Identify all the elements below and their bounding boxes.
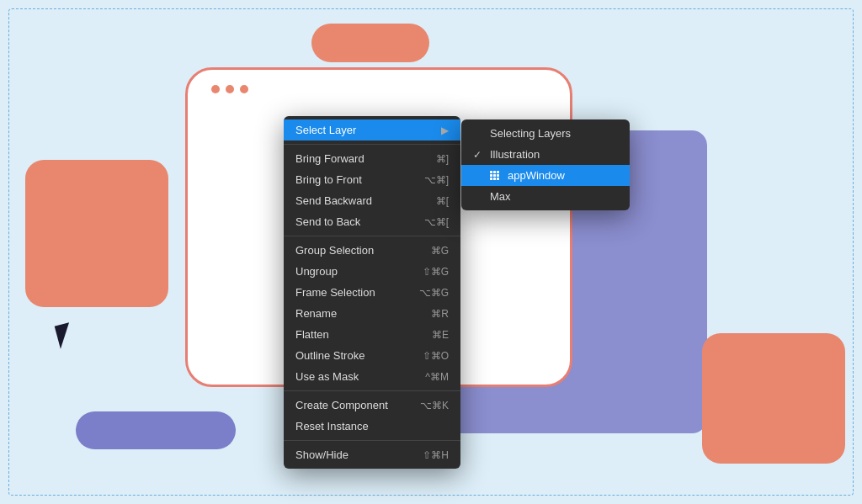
flatten-shortcut: ⌘E (432, 329, 449, 341)
create-component-label: Create Component (295, 399, 410, 411)
rename-label: Rename (295, 307, 421, 320)
grid-dots-icon (490, 171, 499, 180)
submenu-item-app-window[interactable]: appWindow (461, 165, 630, 186)
phone-dot-2 (226, 85, 234, 93)
bring-forward-shortcut: ⌘] (436, 153, 449, 165)
frame-selection-shortcut: ⌥⌘G (419, 287, 449, 299)
send-to-back-shortcut: ⌥⌘[ (424, 216, 449, 228)
max-label: Max (490, 190, 511, 203)
submenu-arrow-icon: ▶ (441, 125, 449, 136)
menu-item-group-selection[interactable]: Group Selection ⌘G (284, 240, 460, 261)
bottom-purple-pill (76, 411, 236, 449)
send-to-back-label: Send to Back (295, 215, 414, 228)
left-coral-rect (25, 160, 168, 307)
use-as-mask-shortcut: ^⌘M (425, 371, 449, 383)
top-oval-shape (311, 24, 429, 62)
right-bottom-coral-rect (702, 333, 845, 464)
select-layer-label: Select Layer (295, 124, 441, 136)
group-selection-shortcut: ⌘G (431, 245, 449, 257)
menu-item-use-as-mask[interactable]: Use as Mask ^⌘M (284, 366, 460, 387)
submenu-item-max[interactable]: Max (461, 186, 630, 207)
menu-item-show-hide[interactable]: Show/Hide ⇧⌘H (284, 444, 460, 465)
group-selection-label: Group Selection (295, 244, 421, 257)
context-menu: Select Layer ▶ Selecting Layers ✓ Illust… (284, 116, 460, 469)
menu-item-reset-instance[interactable]: Reset Instance (284, 416, 460, 437)
rename-shortcut: ⌘R (431, 308, 449, 320)
ungroup-shortcut: ⇧⌘G (423, 266, 449, 278)
menu-item-flatten[interactable]: Flatten ⌘E (284, 324, 460, 345)
bring-to-front-shortcut: ⌥⌘] (424, 174, 449, 186)
send-backward-shortcut: ⌘[ (436, 195, 449, 207)
cursor-arrow-icon (55, 322, 76, 349)
menu-item-bring-forward[interactable]: Bring Forward ⌘] (284, 148, 460, 169)
reset-instance-label: Reset Instance (295, 420, 449, 432)
separator-1 (284, 144, 460, 145)
submenu-item-illustration[interactable]: ✓ Illustration (461, 144, 630, 165)
show-hide-label: Show/Hide (295, 448, 412, 461)
ungroup-label: Ungroup (295, 265, 412, 278)
bring-to-front-label: Bring to Front (295, 173, 414, 186)
canvas-background: Select Layer ▶ Selecting Layers ✓ Illust… (0, 0, 862, 504)
separator-3 (284, 390, 460, 391)
select-layer-submenu: Selecting Layers ✓ Illustration (461, 119, 630, 210)
create-component-shortcut: ⌥⌘K (420, 400, 449, 411)
bring-forward-label: Bring Forward (295, 152, 426, 165)
app-window-label: appWindow (508, 169, 565, 182)
send-backward-label: Send Backward (295, 194, 426, 207)
menu-item-send-to-back[interactable]: Send to Back ⌥⌘[ (284, 211, 460, 232)
flatten-label: Flatten (295, 328, 422, 341)
selecting-layers-label: Selecting Layers (490, 127, 571, 140)
submenu-item-selecting-layers[interactable]: Selecting Layers (461, 123, 630, 144)
menu-item-outline-stroke[interactable]: Outline Stroke ⇧⌘O (284, 345, 460, 366)
show-hide-shortcut: ⇧⌘H (423, 449, 449, 461)
separator-2 (284, 236, 460, 236)
menu-item-frame-selection[interactable]: Frame Selection ⌥⌘G (284, 282, 460, 303)
use-as-mask-label: Use as Mask (295, 370, 415, 383)
outline-stroke-label: Outline Stroke (295, 349, 412, 362)
menu-item-send-backward[interactable]: Send Backward ⌘[ (284, 190, 460, 211)
menu-item-select-layer[interactable]: Select Layer ▶ Selecting Layers ✓ Illust… (284, 119, 460, 141)
frame-selection-label: Frame Selection (295, 286, 409, 299)
separator-4 (284, 440, 460, 441)
phone-dot-1 (211, 85, 220, 93)
menu-item-create-component[interactable]: Create Component ⌥⌘K (284, 395, 460, 416)
illustration-label: Illustration (490, 148, 540, 161)
phone-dot-3 (240, 85, 248, 93)
menu-item-ungroup[interactable]: Ungroup ⇧⌘G (284, 261, 460, 282)
menu-item-rename[interactable]: Rename ⌘R (284, 303, 460, 324)
phone-dots (211, 85, 248, 93)
outline-stroke-shortcut: ⇧⌘O (423, 350, 449, 362)
menu-item-bring-to-front[interactable]: Bring to Front ⌥⌘] (284, 169, 460, 190)
